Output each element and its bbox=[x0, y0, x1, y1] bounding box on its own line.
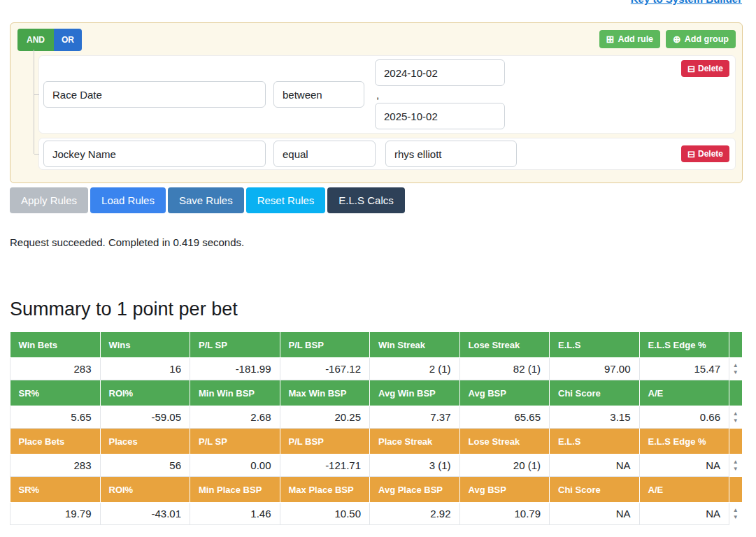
spinner-up-icon[interactable]: ▲ bbox=[733, 508, 739, 513]
value-cell: 10.50 bbox=[280, 503, 370, 525]
column-header-cell: Place Streak bbox=[370, 429, 460, 454]
value-cell: 56 bbox=[100, 454, 190, 477]
value-cell: 283 bbox=[10, 358, 101, 380]
spinner-up-icon[interactable]: ▲ bbox=[733, 411, 739, 417]
summary-value-row: 283560.00-121.713 (1)20 (1)NANA▲▼ bbox=[10, 454, 742, 477]
rules-action-bar: Apply Rules Load Rules Save Rules Reset … bbox=[10, 187, 756, 213]
row-stepper[interactable]: ▲▼ bbox=[729, 454, 742, 477]
column-header-cell: Min Win BSP bbox=[190, 380, 280, 406]
summary-header-row: Win BetsWinsP/L SPP/L BSPWin StreakLose … bbox=[10, 332, 742, 358]
save-rules-button[interactable]: Save Rules bbox=[168, 187, 244, 213]
row-stepper[interactable]: ▲▼ bbox=[729, 406, 742, 429]
column-header-cell: Avg Place BSP bbox=[370, 477, 460, 503]
spinner-down-icon[interactable]: ▼ bbox=[733, 418, 739, 424]
value-cell: NA bbox=[639, 503, 729, 525]
value-input[interactable]: rhys elliott bbox=[385, 141, 517, 167]
query-builder-header: AND OR ⊞ Add rule ⊕ Add group bbox=[17, 29, 736, 51]
column-header-cell: Max Place BSP bbox=[280, 477, 370, 503]
column-header-cell: Win Streak bbox=[370, 332, 460, 358]
delete-rule-button[interactable]: ⊟ Delete bbox=[681, 60, 729, 77]
condition-toggle: AND OR bbox=[17, 29, 82, 51]
column-header-cell: Min Place BSP bbox=[190, 477, 280, 503]
value-cell: 283 bbox=[10, 454, 101, 477]
value-cell: 7.37 bbox=[370, 406, 460, 429]
value-cell: 0.66 bbox=[639, 406, 729, 429]
spinner-up-icon[interactable]: ▲ bbox=[733, 459, 739, 465]
spinner-up-icon[interactable]: ▲ bbox=[733, 363, 739, 368]
value-cell: 3.15 bbox=[550, 406, 640, 429]
spinner-down-icon[interactable]: ▼ bbox=[733, 515, 739, 520]
field-select[interactable]: Jockey Name bbox=[43, 141, 266, 167]
column-header-cell: A/E bbox=[639, 477, 729, 503]
load-rules-button[interactable]: Load Rules bbox=[90, 187, 166, 213]
delete-label: Delete bbox=[698, 149, 723, 159]
value-cell: 97.00 bbox=[550, 358, 640, 380]
value-cell: 2.68 bbox=[190, 406, 280, 429]
reset-rules-button[interactable]: Reset Rules bbox=[246, 187, 326, 213]
value-cell: 2 (1) bbox=[370, 358, 460, 380]
row-stepper[interactable]: ▲▼ bbox=[729, 358, 742, 380]
or-button[interactable]: OR bbox=[54, 29, 82, 51]
column-header-cell: Chi Score bbox=[550, 380, 640, 406]
add-rule-button[interactable]: ⊞ Add rule bbox=[599, 30, 660, 48]
column-header-cell: Lose Streak bbox=[459, 429, 550, 454]
column-header-cell: Chi Score bbox=[550, 477, 640, 503]
rule-race-date: Race Date between 2024-10-02 , 2025-10-0… bbox=[38, 55, 736, 134]
value-cell: -59.05 bbox=[100, 406, 190, 429]
summary-header-row: Place BetsPlacesP/L SPP/L BSPPlace Strea… bbox=[10, 429, 742, 454]
key-to-system-builder-link[interactable]: Key to System Builder bbox=[631, 0, 742, 5]
range-separator: , bbox=[375, 86, 505, 103]
value-cell: 20 (1) bbox=[459, 454, 550, 477]
date-range-values: 2024-10-02 , 2025-10-02 bbox=[375, 59, 505, 129]
apply-rules-button[interactable]: Apply Rules bbox=[10, 187, 88, 213]
value-cell: 10.79 bbox=[459, 503, 550, 525]
value-cell: 15.47 bbox=[639, 358, 729, 380]
add-rule-label: Add rule bbox=[618, 34, 653, 44]
column-header-cell: Max Win BSP bbox=[280, 380, 370, 406]
value-cell: 19.79 bbox=[10, 503, 101, 525]
column-header-cell: P/L SP bbox=[190, 429, 280, 454]
group-connector-line bbox=[34, 50, 34, 154]
column-header-cell: Avg Win BSP bbox=[370, 380, 460, 406]
summary-value-row: 19.79-43.011.4610.502.9210.79NANA▲▼ bbox=[10, 503, 742, 525]
column-header-cell: E.L.S bbox=[550, 429, 640, 454]
column-header-cell: ROI% bbox=[100, 380, 190, 406]
value-cell: 2.92 bbox=[370, 503, 460, 525]
value-cell: 3 (1) bbox=[370, 454, 460, 477]
header-spacer-cell bbox=[729, 332, 742, 358]
header-spacer-cell bbox=[729, 477, 742, 503]
els-calcs-button[interactable]: E.L.S Calcs bbox=[327, 187, 404, 213]
column-header-cell: E.L.S Edge % bbox=[639, 332, 729, 358]
plus-circle-icon: ⊕ bbox=[673, 34, 681, 44]
spinner-down-icon[interactable]: ▼ bbox=[733, 466, 739, 472]
minus-square-icon: ⊟ bbox=[687, 64, 695, 73]
summary-heading: Summary to 1 point per bet bbox=[10, 299, 756, 320]
row-stepper[interactable]: ▲▼ bbox=[729, 503, 742, 525]
operator-select[interactable]: between bbox=[273, 81, 364, 108]
value-cell: 0.00 bbox=[190, 454, 280, 477]
operator-select[interactable]: equal bbox=[273, 141, 376, 167]
column-header-cell: Avg BSP bbox=[459, 380, 550, 406]
value-cell: NA bbox=[550, 454, 640, 477]
status-message: Request succeeded. Completed in 0.419 se… bbox=[10, 236, 756, 248]
delete-rule-button[interactable]: ⊟ Delete bbox=[681, 145, 729, 162]
spinner-down-icon[interactable]: ▼ bbox=[733, 370, 739, 375]
column-header-cell: Avg BSP bbox=[459, 477, 550, 503]
date-to-input[interactable]: 2025-10-02 bbox=[375, 103, 505, 129]
field-select[interactable]: Race Date bbox=[43, 81, 266, 108]
column-header-cell: Wins bbox=[100, 332, 190, 358]
column-header-cell: E.L.S Edge % bbox=[639, 429, 729, 454]
rule-jockey-name: Jockey Name equal rhys elliott ⊟ Delete bbox=[38, 138, 736, 170]
column-header-cell: P/L BSP bbox=[280, 429, 370, 454]
value-cell: 82 (1) bbox=[459, 358, 550, 380]
column-header-cell: Places bbox=[100, 429, 190, 454]
add-group-label: Add group bbox=[685, 34, 729, 44]
date-from-input[interactable]: 2024-10-02 bbox=[375, 59, 505, 86]
value-cell: NA bbox=[550, 503, 640, 525]
header-spacer-cell bbox=[729, 429, 742, 454]
and-button[interactable]: AND bbox=[17, 29, 54, 51]
add-group-button[interactable]: ⊕ Add group bbox=[666, 30, 736, 48]
value-cell: 5.65 bbox=[10, 406, 101, 429]
column-header-cell: SR% bbox=[10, 380, 101, 406]
summary-header-row: SR%ROI%Min Place BSPMax Place BSPAvg Pla… bbox=[10, 477, 742, 503]
